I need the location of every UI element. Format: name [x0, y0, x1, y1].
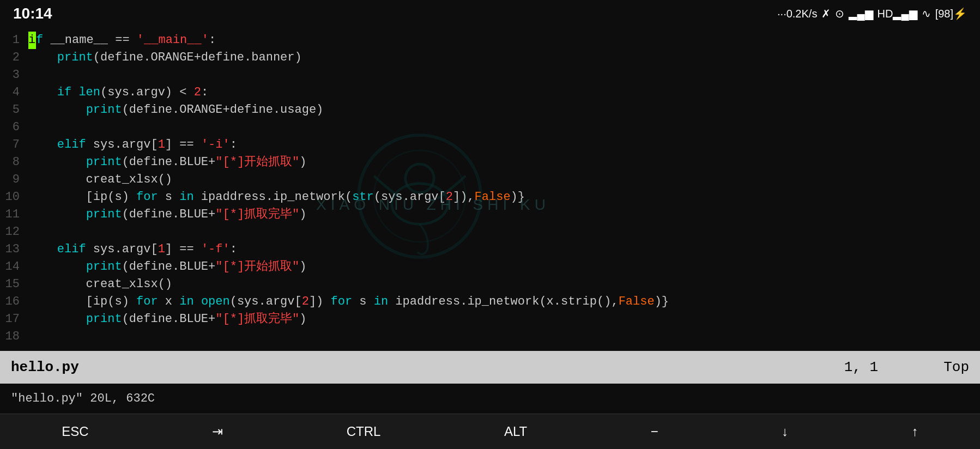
vim-cursor-pos: 1, 1 [844, 359, 878, 375]
line-number: 15 [0, 276, 28, 293]
code-line: 7 elif sys.argv[1] == '-i': [0, 136, 980, 154]
line-content [28, 119, 35, 136]
line-number: 17 [0, 311, 28, 328]
code-line: 9 creat_xlsx() [0, 171, 980, 189]
code-line: 10 [ip(s) for s in ipaddress.ip_network(… [0, 189, 980, 206]
file-info-text: "hello.py" 20L, 632C [11, 392, 155, 405]
code-line: 15 creat_xlsx() [0, 276, 980, 293]
code-lines: 1if __name__ == '__main__':2 print(defin… [0, 32, 980, 345]
line-content: if __name__ == '__main__': [28, 32, 216, 49]
code-line: 12 [0, 223, 980, 241]
line-content: elif sys.argv[1] == '-f': [28, 241, 237, 258]
status-time: 10:14 [13, 5, 52, 22]
code-line: 14 print(define.BLUE+"[*]开始抓取") [0, 258, 980, 276]
code-line: 5 print(define.ORANGE+define.usage) [0, 101, 980, 119]
code-line: 1if __name__ == '__main__': [0, 32, 980, 49]
line-content: creat_xlsx() [28, 276, 172, 293]
keyboard-toolbar[interactable]: ESC ⇥ CTRL ALT − ↓ ↑ [0, 414, 980, 449]
line-content: creat_xlsx() [28, 171, 172, 189]
line-number: 9 [0, 171, 28, 189]
status-indicators: ···0.2K/s ✗ ⊙ ▂▄▆ HD▂▄▆ ∿ [98]⚡ [777, 7, 967, 20]
line-number: 4 [0, 84, 28, 101]
key-down[interactable]: ↓ [773, 420, 797, 444]
signal-icon: ▂▄▆ [849, 7, 873, 20]
key-up[interactable]: ↑ [903, 420, 927, 444]
line-content [28, 328, 35, 345]
battery-icon: [98]⚡ [935, 7, 967, 20]
line-content: print(define.ORANGE+define.banner) [28, 49, 302, 66]
line-number: 18 [0, 328, 28, 345]
clock-icon: ⊙ [835, 7, 844, 20]
code-line: 2 print(define.ORANGE+define.banner) [0, 49, 980, 66]
vim-file-info: "hello.py" 20L, 632C [0, 384, 980, 414]
code-line: 8 print(define.BLUE+"[*]开始抓取") [0, 154, 980, 171]
line-number: 3 [0, 66, 28, 84]
key-ctrl[interactable]: CTRL [338, 420, 390, 444]
code-line: 17 print(define.BLUE+"[*]抓取完毕") [0, 311, 980, 328]
line-number: 1 [0, 32, 28, 49]
line-content: [ip(s) for s in ipaddress.ip_network(str… [28, 189, 525, 206]
key-alt[interactable]: ALT [495, 420, 536, 444]
signal2-icon: HD▂▄▆ [878, 7, 917, 20]
line-content: print(define.ORANGE+define.usage) [28, 101, 323, 119]
key-dash[interactable]: − [642, 420, 667, 444]
line-content: print(define.BLUE+"[*]开始抓取") [28, 154, 307, 171]
line-content: print(define.BLUE+"[*]抓取完毕") [28, 311, 307, 328]
line-content: [ip(s) for x in open(sys.argv[2]) for s … [28, 293, 669, 311]
key-tab[interactable]: ⇥ [203, 420, 232, 444]
wifi-icon: ∿ [922, 7, 931, 20]
vim-filename: hello.py [11, 359, 79, 375]
line-content: if len(sys.argv) < 2: [28, 84, 208, 101]
vim-scroll-pos: Top [943, 359, 969, 375]
line-number: 8 [0, 154, 28, 171]
line-number: 10 [0, 189, 28, 206]
line-number: 14 [0, 258, 28, 276]
line-content: elif sys.argv[1] == '-i': [28, 136, 237, 154]
vim-status-bar: hello.py 1, 1 Top [0, 351, 980, 384]
line-number: 11 [0, 206, 28, 223]
line-content [28, 66, 35, 84]
line-content: print(define.BLUE+"[*]开始抓取") [28, 258, 307, 276]
status-bar: 10:14 ···0.2K/s ✗ ⊙ ▂▄▆ HD▂▄▆ ∿ [98]⚡ [0, 0, 980, 27]
bluetooth-icon: ✗ [821, 7, 831, 20]
code-line: 6 [0, 119, 980, 136]
line-number: 7 [0, 136, 28, 154]
line-number: 5 [0, 101, 28, 119]
key-esc[interactable]: ESC [53, 420, 97, 444]
code-line: 4 if len(sys.argv) < 2: [0, 84, 980, 101]
line-content [28, 223, 35, 241]
line-number: 6 [0, 119, 28, 136]
code-line: 13 elif sys.argv[1] == '-f': [0, 241, 980, 258]
line-number: 16 [0, 293, 28, 311]
line-number: 2 [0, 49, 28, 66]
code-line: 11 print(define.BLUE+"[*]抓取完毕") [0, 206, 980, 223]
code-line: 3 [0, 66, 980, 84]
code-line: 18 [0, 328, 980, 345]
network-indicator: ···0.2K/s [777, 8, 817, 20]
line-content: print(define.BLUE+"[*]抓取完毕") [28, 206, 307, 223]
line-number: 12 [0, 223, 28, 241]
code-editor[interactable]: 1if __name__ == '__main__':2 print(defin… [0, 27, 980, 351]
vim-position: 1, 1 Top [844, 359, 969, 375]
code-line: 16 [ip(s) for x in open(sys.argv[2]) for… [0, 293, 980, 311]
line-number: 13 [0, 241, 28, 258]
